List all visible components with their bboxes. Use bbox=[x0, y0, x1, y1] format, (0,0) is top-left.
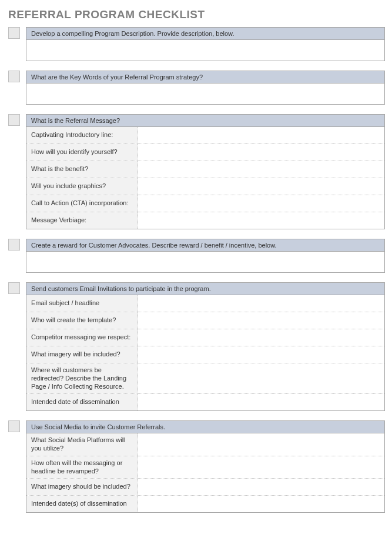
checkbox[interactable] bbox=[8, 239, 20, 251]
sub-table: What Social Media Platforms will you uti… bbox=[26, 433, 385, 513]
row-label: What imagery will be included? bbox=[26, 346, 138, 363]
row-input[interactable] bbox=[138, 329, 384, 346]
row-input[interactable] bbox=[138, 195, 384, 212]
section-header: Develop a compelling Program Description… bbox=[26, 27, 385, 40]
row-input[interactable] bbox=[138, 212, 384, 229]
row-input[interactable] bbox=[138, 363, 384, 393]
row-label: Will you include graphics? bbox=[26, 178, 138, 195]
row-label: Call to Action (CTA) incorporation: bbox=[26, 195, 138, 212]
row-label: Captivating Introductory line: bbox=[26, 127, 138, 143]
table-row: Intended date(s) of dissemination bbox=[26, 495, 384, 512]
table-row: Who will create the template? bbox=[26, 312, 384, 329]
row-label: Who will create the template? bbox=[26, 312, 138, 329]
row-input[interactable] bbox=[138, 456, 384, 479]
checkbox[interactable] bbox=[8, 71, 20, 82]
row-input[interactable] bbox=[138, 433, 384, 456]
table-row: How often will the messaging or headline… bbox=[26, 456, 384, 479]
sub-table: Captivating Introductory line:How will y… bbox=[26, 127, 385, 229]
checklist-section: Create a reward for Customer Advocates. … bbox=[8, 239, 385, 273]
checkbox[interactable] bbox=[8, 282, 20, 294]
row-label: How will you identify yourself? bbox=[26, 144, 138, 161]
row-input[interactable] bbox=[138, 144, 384, 161]
section-header: Use Social Media to invite Customer Refe… bbox=[26, 420, 385, 433]
row-label: What Social Media Platforms will you uti… bbox=[26, 433, 138, 456]
table-row: Call to Action (CTA) incorporation: bbox=[26, 195, 384, 212]
checklist-section: What are the Key Words of your Referral … bbox=[8, 71, 385, 105]
table-row: What imagery will be included? bbox=[26, 346, 384, 363]
page-title: REFERRAL PROGRAM CHECKLIST bbox=[8, 8, 385, 21]
section-header: Send customers Email Invitations to part… bbox=[26, 282, 385, 295]
response-textarea[interactable] bbox=[26, 40, 385, 61]
checkbox[interactable] bbox=[8, 420, 20, 432]
row-input[interactable] bbox=[138, 496, 384, 512]
row-label: How often will the messaging or headline… bbox=[26, 456, 138, 479]
row-input[interactable] bbox=[138, 479, 384, 495]
row-label: Competitor messaging we respect: bbox=[26, 329, 138, 346]
table-row: What imagery should be included? bbox=[26, 478, 384, 495]
checklist-section: What is the Referral Message?Captivating… bbox=[8, 114, 385, 229]
row-input[interactable] bbox=[138, 178, 384, 195]
checklist-section: Send customers Email Invitations to part… bbox=[8, 282, 385, 411]
checkbox[interactable] bbox=[8, 114, 20, 126]
section-header: What are the Key Words of your Referral … bbox=[26, 71, 385, 84]
table-row: What Social Media Platforms will you uti… bbox=[26, 433, 384, 456]
row-input[interactable] bbox=[138, 346, 384, 363]
row-input[interactable] bbox=[138, 312, 384, 329]
response-textarea[interactable] bbox=[26, 252, 385, 273]
table-row: Message Verbiage: bbox=[26, 212, 384, 229]
row-input[interactable] bbox=[138, 161, 384, 178]
table-row: Will you include graphics? bbox=[26, 178, 384, 195]
section-header: What is the Referral Message? bbox=[26, 114, 385, 127]
row-label: What imagery should be included? bbox=[26, 479, 138, 495]
section-header: Create a reward for Customer Advocates. … bbox=[26, 239, 385, 252]
table-row: Where will customers be redirected? Desc… bbox=[26, 363, 384, 393]
row-label: Where will customers be redirected? Desc… bbox=[26, 363, 138, 393]
table-row: What is the benefit? bbox=[26, 161, 384, 178]
row-input[interactable] bbox=[138, 127, 384, 143]
row-label: Message Verbiage: bbox=[26, 212, 138, 229]
checklist-section: Use Social Media to invite Customer Refe… bbox=[8, 420, 385, 513]
row-input[interactable] bbox=[138, 295, 384, 312]
row-label: What is the benefit? bbox=[26, 161, 138, 178]
table-row: Intended date of dissemination bbox=[26, 393, 384, 410]
row-label: Intended date(s) of dissemination bbox=[26, 496, 138, 512]
table-row: Captivating Introductory line: bbox=[26, 127, 384, 143]
checklist-section: Develop a compelling Program Description… bbox=[8, 27, 385, 61]
row-label: Email subject / headline bbox=[26, 295, 138, 312]
table-row: Competitor messaging we respect: bbox=[26, 329, 384, 346]
table-row: How will you identify yourself? bbox=[26, 143, 384, 161]
table-row: Email subject / headline bbox=[26, 295, 384, 312]
row-input[interactable] bbox=[138, 394, 384, 410]
response-textarea[interactable] bbox=[26, 84, 385, 105]
checkbox[interactable] bbox=[8, 27, 20, 39]
sub-table: Email subject / headlineWho will create … bbox=[26, 295, 385, 411]
row-label: Intended date of dissemination bbox=[26, 394, 138, 410]
